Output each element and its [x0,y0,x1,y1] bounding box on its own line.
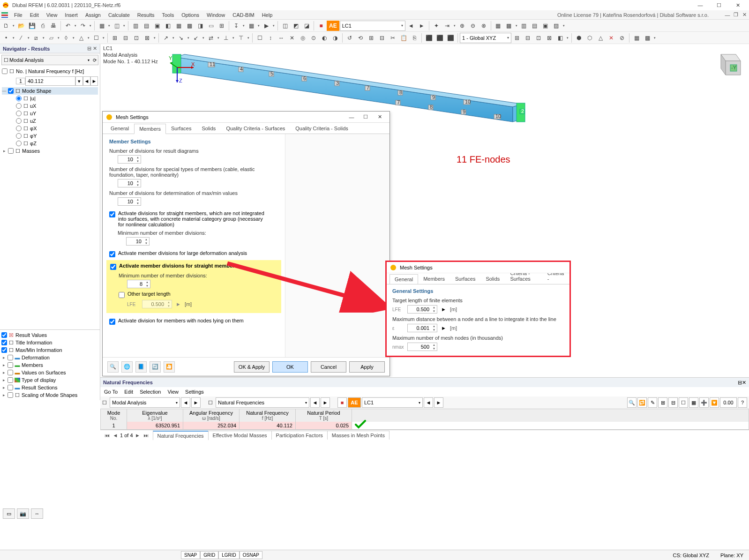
tb-save-icon[interactable]: 💾 [27,21,37,31]
status-plane[interactable]: Plane: XY [718,553,746,558]
window-close-button[interactable]: ✕ [728,0,747,10]
p-tab-solids[interactable]: Solids [480,274,505,284]
tb-mesh-icon[interactable]: ▦ [246,21,256,31]
nf-pin-icon[interactable]: ⊟ [738,380,742,385]
chk-act-straight-concrete[interactable] [109,211,115,217]
nf-close-icon[interactable]: ✕ [742,380,746,385]
nf-combo-lc[interactable]: LC1 [362,397,423,408]
spin-max-nodes[interactable]: 500▲▼ [407,343,437,351]
tb2-23[interactable]: ⊙ [308,33,319,43]
tb2-6[interactable]: △ [76,33,86,43]
menu-options[interactable]: Options [178,11,203,19]
tab-members[interactable]: Members [134,124,166,134]
nf-nav-prev3[interactable]: ◄ [424,397,433,408]
opt-phiz[interactable]: ☐φZ [16,140,98,147]
tb2-18[interactable]: ☐ [255,33,265,43]
tb2-35[interactable]: ⬛ [445,33,456,43]
nf-nav-prev1[interactable]: ◄ [181,397,190,408]
mdi-minimize[interactable]: — [724,11,731,19]
nf-prev-button[interactable]: ◄ [83,76,90,86]
window-maximize-button[interactable]: ☐ [710,0,728,10]
p-tab-qcs[interactable]: Quality Criteria - Surfaces [505,273,542,284]
nf-ae-badge[interactable]: AE [348,397,361,408]
tb-btn-i[interactable]: ◨ [195,21,205,31]
nf-tool-11[interactable]: ? [738,397,747,408]
nb-title-info[interactable]: ☐Title Information [1,339,98,346]
nf-menu-view[interactable]: View [167,389,179,395]
tb-loads-icon[interactable]: ↧ [231,21,241,31]
tb2-42[interactable]: ⬡ [584,33,595,43]
btn-ok[interactable]: OK [272,361,308,373]
tb-btn-g[interactable]: ▦ [173,21,184,31]
menu-edit[interactable]: Edit [26,11,43,19]
tb2-32[interactable]: ⎘ [409,33,419,43]
p-tab-members[interactable]: Members [418,274,450,284]
tb2-17[interactable]: ⊤ [236,33,246,43]
tb2-28[interactable]: ⊞ [366,33,376,43]
tb2-39[interactable]: ⊠ [544,33,554,43]
bottom-btn-1[interactable]: ▭ [3,508,15,519]
nf-nav-next2[interactable]: ► [321,397,330,408]
footer-icon-4[interactable]: 🔄 [150,361,161,373]
menu-calculate[interactable]: Calculate [105,11,134,19]
tb2-8[interactable]: ⊞ [110,33,120,43]
tb2-7[interactable]: ☐ [91,33,101,43]
tb-r7[interactable]: ▩ [504,21,514,31]
tb-btn-k[interactable]: ⊞ [217,21,227,31]
nf-tab-pf[interactable]: Participation Factors [271,431,328,440]
navigator-combo[interactable]: ☐Modal Analysis⟳ [1,55,98,65]
tb-btn-n[interactable]: ◪ [301,21,312,31]
nf-menu-selection[interactable]: Selection [140,389,161,395]
tb2-16[interactable]: ⊥ [221,33,231,43]
tb-r10[interactable]: ▣ [540,21,551,31]
tb2-5[interactable]: ◊ [61,33,71,43]
spin-target-fe[interactable]: 0.500▲▼ [407,305,437,314]
tb-r9[interactable]: ▤ [530,21,540,31]
p-tab-general[interactable]: General [389,274,418,284]
nb-scaling[interactable]: ▸☐Scaling of Mode Shapes [1,391,98,399]
tb2-46[interactable]: ▦ [631,33,642,43]
tb2-33[interactable]: ⬛ [424,33,434,43]
tb-r4[interactable]: ⊖ [468,21,478,31]
status-osnap[interactable]: OSNAP [240,551,262,559]
tab-general[interactable]: General [105,123,134,134]
tb2-13[interactable]: ↘ [176,33,186,43]
nf-tool-10[interactable]: 0.00 [720,397,737,408]
tb2-40[interactable]: ◧ [555,33,565,43]
tb-btn-h[interactable]: ▩ [184,21,195,31]
tb2-30[interactable]: ✂ [388,33,398,43]
tb-btn-c[interactable]: ▥ [130,21,141,31]
opt-u[interactable]: ☐|u| [16,95,98,102]
tab-solids[interactable]: Solids [196,123,221,134]
tb2-25[interactable]: ◑ [330,33,340,43]
nb-result-sections[interactable]: ▸▬Result Sections [1,384,98,391]
tb-btn-f[interactable]: ◧ [163,21,173,31]
tb2-15[interactable]: ⇄ [206,33,216,43]
tb-r8[interactable]: ▥ [519,21,529,31]
tb2-24[interactable]: ◐ [319,33,330,43]
p-tab-qcso[interactable]: Quality Criteria - [542,273,569,284]
tb-calc-icon[interactable]: ▶ [261,21,271,31]
nb-result-values[interactable]: ☒Result Values [1,331,98,339]
tb2-29[interactable]: ⊟ [377,33,387,43]
tb-r6[interactable]: ▦ [493,21,503,31]
tb2-11[interactable]: ⊠ [142,33,152,43]
nf-nav-prev2[interactable]: ◄ [310,397,320,408]
menu-cadbim[interactable]: CAD-BIM [229,11,258,19]
app-menu-icon[interactable] [1,11,8,19]
p-tab-surfaces[interactable]: Surfaces [450,274,480,284]
tb-btn-a[interactable]: ▦ [97,21,107,31]
opt-uz[interactable]: ☐uZ [16,117,98,125]
menu-insert[interactable]: Insert [61,11,82,19]
nf-tool-1[interactable]: 🔍 [627,397,637,408]
footer-icon-2[interactable]: 🌐 [121,361,133,373]
nf-tab-nf[interactable]: Natural Frequencies [153,431,209,440]
nb-deformation[interactable]: ▸▬Deformation [1,354,98,361]
tb-stop-icon[interactable]: ■ [316,21,326,31]
btn-apply[interactable]: Apply [349,361,385,373]
nf-stop-icon[interactable]: ■ [337,397,347,408]
tb2-3[interactable]: ⧄ [31,33,41,43]
nf-pg-first[interactable]: ⏮ [103,433,111,438]
nf-next-button[interactable]: ► [90,76,98,86]
tb-btn-l[interactable]: ◫ [280,21,290,31]
